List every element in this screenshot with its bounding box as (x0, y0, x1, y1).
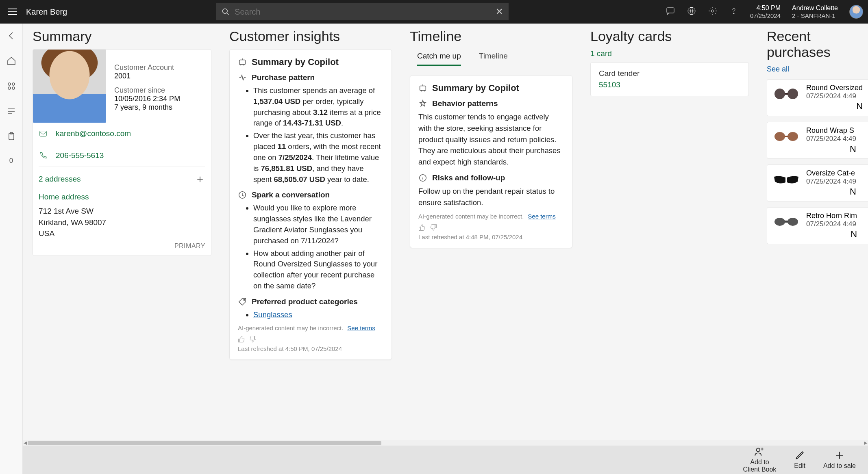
svg-rect-2 (667, 8, 674, 13)
card-tender-label: Card tender (599, 69, 740, 78)
thumbs-up-icon[interactable] (418, 224, 426, 231)
address-block: 712 1st Ave SW Kirkland, WA 98007 USA (39, 202, 205, 242)
spark-icon (238, 190, 247, 199)
product-price: N (806, 186, 856, 197)
risks-header: Risks and follow-up (418, 173, 564, 182)
svg-rect-23 (785, 136, 788, 137)
summary-card: Customer Account 2001 Customer since 10/… (33, 49, 211, 256)
page-body: Summary Customer Account 2001 Customer s… (23, 24, 868, 474)
thumbs-up-icon[interactable] (238, 335, 245, 343)
loyalty-count[interactable]: 1 card (590, 49, 749, 58)
addresses-link[interactable]: 2 addresses (39, 175, 81, 184)
see-terms-link-2[interactable]: See terms (528, 213, 555, 220)
insights-disclaimer: AI-generated content may be incorrect. S… (238, 325, 383, 343)
svg-point-5 (733, 13, 734, 14)
add-address-icon[interactable]: ＋ (195, 172, 205, 186)
svg-point-18 (774, 89, 785, 99)
svg-rect-16 (420, 86, 426, 91)
clipboard-icon[interactable] (7, 132, 16, 143)
globe-icon[interactable] (687, 6, 696, 17)
purchase-pattern-header: Purchase pattern (238, 73, 383, 82)
thumbs-down-icon[interactable] (249, 335, 257, 343)
tab-timeline[interactable]: Timeline (479, 52, 508, 66)
spark-bullet-1: Would you like to explore more sunglasse… (253, 203, 383, 246)
rail-badge-count: 0 (9, 157, 13, 165)
pattern-icon (238, 73, 247, 82)
copilot-icon (238, 58, 247, 67)
card-tender-number: 55103 (599, 80, 740, 89)
purchase-item[interactable]: Oversize Cat-e07/25/2024 4:49N (767, 164, 868, 201)
email-row[interactable]: karenb@contoso.com (39, 123, 205, 145)
edit-button[interactable]: Edit (794, 450, 805, 470)
product-price: N (806, 229, 857, 240)
scroll-left-icon[interactable]: ◀ (24, 440, 27, 446)
timeline-refreshed: Last refreshed at 4:48 PM, 07/25/2024 (418, 234, 564, 240)
product-title: Round Oversized (806, 84, 863, 92)
preferred-link-sunglasses[interactable]: Sunglasses (253, 310, 292, 319)
see-terms-link[interactable]: See terms (347, 325, 375, 331)
addr-line-3: USA (39, 228, 205, 239)
page-title: Karen Berg (26, 7, 67, 17)
insights-refreshed: Last refreshed at 4:50 PM, 07/25/2024 (238, 345, 383, 352)
date-label: 07/25/2024 (750, 12, 781, 20)
help-icon[interactable] (729, 6, 739, 17)
scroll-right-icon[interactable]: ▶ (864, 440, 867, 446)
product-price: N (806, 144, 856, 154)
modules-icon[interactable] (7, 81, 16, 93)
user-info[interactable]: Andrew Collette 2 - SANFRAN-1 (792, 4, 838, 20)
account-label: Customer Account (114, 63, 180, 72)
store-label: 2 - SANFRAN-1 (792, 12, 838, 20)
clear-search-icon[interactable]: ✕ (496, 6, 503, 17)
timeline-title-row: Summary by Copilot (418, 83, 564, 93)
purchase-item[interactable]: Round Wrap S07/25/2024 4:49N (767, 122, 868, 159)
thumbs-down-icon[interactable] (430, 224, 437, 231)
phone-link[interactable]: 206-555-5613 (56, 151, 104, 160)
risks-body: Follow up on the pendant repair status t… (418, 186, 564, 208)
scrollbar-thumb[interactable] (28, 441, 381, 445)
top-bar: Karen Berg ✕ 4:50 PM 07/25/2024 Andrew C… (0, 0, 868, 24)
product-thumb (772, 84, 801, 104)
home-address-label[interactable]: Home address (39, 188, 205, 202)
tab-catch-me-up[interactable]: Catch me up (417, 52, 461, 66)
addresses-row[interactable]: 2 addresses ＋ (39, 167, 205, 188)
list-icon[interactable] (7, 106, 16, 118)
product-title: Retro Horn Rim (806, 212, 857, 220)
svg-line-1 (227, 13, 229, 15)
hamburger-icon[interactable] (8, 6, 20, 17)
svg-point-7 (12, 83, 15, 85)
timeline-card: Summary by Copilot Behavior patterns Thi… (410, 75, 572, 248)
spark-header: Spark a conversation (238, 190, 383, 199)
left-rail: 0 (0, 24, 23, 474)
spark-list: Would you like to explore more sunglasse… (238, 203, 383, 292)
customer-photo (33, 50, 106, 123)
see-all-link[interactable]: See all (767, 65, 789, 73)
pencil-icon (794, 450, 805, 461)
preferred-header: Preferred product categories (238, 297, 383, 306)
chat-icon[interactable] (666, 6, 675, 17)
add-to-client-book-button[interactable]: Add to Client Book (743, 446, 777, 474)
recent-heading: Recent purchases (767, 28, 868, 60)
email-link[interactable]: karenb@contoso.com (56, 129, 131, 138)
horizontal-scrollbar[interactable]: ◀ ▶ (23, 440, 868, 446)
phone-icon (39, 151, 48, 160)
copilot-icon (418, 84, 427, 93)
product-thumb (772, 126, 801, 147)
timeline-tabs: Catch me up Timeline (410, 49, 572, 66)
addr-line-1: 712 1st Ave SW (39, 206, 205, 217)
search-field[interactable]: ✕ (216, 3, 509, 20)
phone-row[interactable]: 206-555-5613 (39, 145, 205, 167)
primary-tag: PRIMARY (39, 242, 205, 250)
purchase-item[interactable]: Retro Horn Rim07/25/2024 4:49N (767, 207, 868, 244)
product-price: N (806, 101, 863, 112)
add-to-sale-button[interactable]: Add to sale (823, 450, 856, 470)
purchase-item[interactable]: Round Oversized07/25/2024 4:49N (767, 79, 868, 116)
back-icon[interactable] (7, 31, 16, 42)
loyalty-card[interactable]: Card tender 55103 (590, 62, 749, 96)
since-label: Customer since (114, 86, 180, 95)
user-avatar[interactable] (849, 5, 863, 19)
gear-icon[interactable] (708, 6, 718, 17)
home-icon[interactable] (7, 56, 16, 67)
purchase-pattern-list: This customer spends an average of 1,537… (238, 85, 383, 185)
search-input[interactable] (235, 7, 503, 17)
svg-rect-26 (785, 221, 788, 223)
